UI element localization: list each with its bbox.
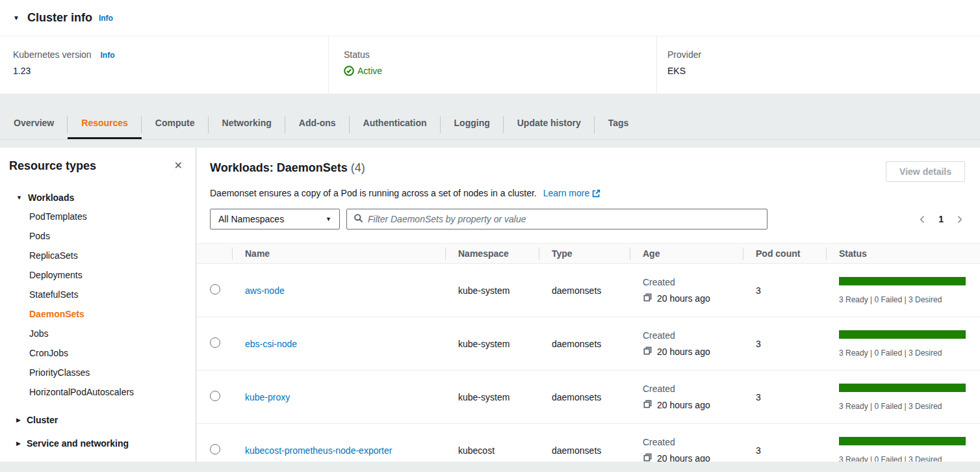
row-radio-button[interactable] [210, 391, 220, 401]
provider-value: EKS [667, 66, 980, 76]
sidebar-item-daemonsets[interactable]: DaemonSets [9, 304, 185, 324]
caret-down-icon: ▼ [326, 216, 331, 222]
sidebar-item-podtemplates[interactable]: PodTemplates [9, 207, 185, 226]
tree-group-service-networking: ▶ Service and networking [9, 438, 185, 449]
external-link-icon [592, 189, 600, 200]
table-row: kubecost-prometheus-node-exporter kubeco… [197, 424, 980, 462]
type-cell: daemonsets [539, 264, 630, 317]
copy-icon[interactable] [643, 293, 652, 304]
age-cell: Created 20 hours ago [630, 264, 743, 317]
view-details-button[interactable]: View details [886, 161, 965, 182]
daemonsets-description: Daemonset ensures a copy of a Pod is run… [197, 182, 980, 200]
column-header-age[interactable]: Age [630, 244, 743, 264]
column-header-type[interactable]: Type [539, 244, 630, 264]
age-cell: Created 20 hours ago [630, 424, 743, 462]
sidebar-item-jobs[interactable]: Jobs [9, 324, 185, 343]
tab-resources[interactable]: Resources [68, 111, 142, 139]
copy-icon[interactable] [643, 452, 652, 462]
namespace-cell: kubecost [445, 424, 539, 462]
table-row: aws-node kube-system daemonsets Created … [197, 264, 980, 317]
status-value: Active [344, 66, 656, 76]
column-header-namespace[interactable]: Namespace [445, 244, 539, 264]
column-header-name[interactable]: Name [232, 244, 445, 264]
learn-more-link[interactable]: Learn more [543, 188, 590, 198]
caret-right-icon: ▶ [16, 440, 21, 447]
content-area: Resource types ✕ ▼ Workloads PodTemplate… [0, 140, 980, 462]
tab-logging[interactable]: Logging [441, 111, 504, 139]
copy-icon[interactable] [643, 399, 652, 411]
type-cell: daemonsets [539, 317, 630, 371]
status-cell: 3 Ready | 0 Failed | 3 Desired [826, 424, 980, 462]
provider-label: Provider [667, 49, 980, 60]
row-radio-button[interactable] [210, 284, 220, 295]
sidebar-item-replicasets[interactable]: ReplicaSets [9, 246, 185, 265]
search-icon [354, 213, 363, 225]
status-caption: 3 Ready | 0 Failed | 3 Desired [839, 402, 980, 411]
tree-group-workloads: ▼ Workloads PodTemplates Pods ReplicaSet… [9, 192, 185, 402]
resource-types-sidebar: Resource types ✕ ▼ Workloads PodTemplate… [0, 148, 195, 462]
status-field: Status Active [328, 36, 656, 94]
sidebar-item-statefulsets[interactable]: StatefulSets [9, 285, 185, 304]
sidebar-item-priorityclasses[interactable]: PriorityClasses [9, 363, 185, 382]
tree-group-workloads-header[interactable]: ▼ Workloads [9, 192, 185, 203]
table-row: kube-proxy kube-system daemonsets Create… [197, 371, 980, 424]
namespace-select[interactable]: All Namespaces ▼ [210, 209, 340, 229]
namespace-cell: kube-system [445, 371, 539, 424]
namespace-select-value: All Namespaces [218, 214, 284, 224]
status-cell: 3 Ready | 0 Failed | 3 Desired [826, 371, 980, 424]
sidebar-item-pods[interactable]: Pods [9, 226, 185, 246]
type-cell: daemonsets [539, 371, 630, 424]
tab-add-ons[interactable]: Add-ons [285, 111, 350, 139]
collapse-caret-icon[interactable]: ▼ [13, 14, 19, 21]
cluster-tabs: Overview Resources Compute Networking Ad… [0, 111, 980, 139]
cluster-info-panel: Kubernetes version Info 1.23 Status Acti… [0, 36, 980, 94]
search-input[interactable] [368, 214, 760, 224]
current-page[interactable]: 1 [938, 214, 944, 224]
cluster-info-header: ▼ Cluster info Info [0, 0, 980, 36]
tabs-band: Overview Resources Compute Networking Ad… [0, 94, 980, 140]
kubernetes-version-info-link[interactable]: Info [101, 51, 115, 60]
column-header-pod-count[interactable]: Pod count [743, 244, 826, 264]
status-caption: 3 Ready | 0 Failed | 3 Desired [839, 348, 980, 358]
status-progress-bar [839, 437, 966, 445]
status-caption: 3 Ready | 0 Failed | 3 Desired [839, 455, 980, 462]
close-icon[interactable]: ✕ [172, 159, 185, 172]
previous-page-icon[interactable] [917, 214, 928, 225]
tab-overview[interactable]: Overview [0, 111, 68, 139]
cluster-info-info-link[interactable]: Info [99, 14, 113, 23]
tab-authentication[interactable]: Authentication [350, 111, 441, 139]
next-page-icon[interactable] [954, 214, 965, 225]
sidebar-item-deployments[interactable]: Deployments [9, 265, 185, 285]
resource-tree: ▼ Workloads PodTemplates Pods ReplicaSet… [9, 192, 185, 449]
tab-compute[interactable]: Compute [142, 111, 209, 139]
row-radio-button[interactable] [210, 337, 220, 348]
tab-networking[interactable]: Networking [209, 111, 285, 139]
daemonsets-table: Name Namespace Type Age Pod count Status… [197, 243, 980, 462]
daemonsets-panel: Workloads: DaemonSets (4) View details D… [197, 148, 980, 462]
sidebar-title: Resource types [9, 159, 96, 173]
kubernetes-version-field: Kubernetes version Info 1.23 [0, 36, 328, 94]
daemonsets-count: (4) [351, 161, 365, 174]
daemonset-name-link[interactable]: kube-proxy [245, 392, 290, 402]
pod-count-cell: 3 [743, 424, 826, 462]
type-cell: daemonsets [539, 424, 630, 462]
copy-icon[interactable] [643, 346, 652, 358]
namespace-cell: kube-system [445, 317, 539, 371]
daemonset-name-link[interactable]: ebs-csi-node [245, 339, 297, 349]
page-title: Cluster info [27, 11, 92, 25]
daemonset-name-link[interactable]: aws-node [245, 285, 285, 296]
pagination: 1 [917, 214, 965, 225]
age-cell: Created 20 hours ago [630, 317, 743, 371]
daemonset-name-link[interactable]: kubecost-prometheus-node-exporter [245, 445, 392, 456]
tab-update-history[interactable]: Update history [504, 111, 595, 139]
tree-group-cluster-header[interactable]: ▶ Cluster [9, 415, 185, 425]
kubernetes-version-label: Kubernetes version Info [13, 49, 328, 60]
row-radio-button[interactable] [210, 444, 220, 454]
daemonsets-title: Workloads: DaemonSets (4) [210, 161, 365, 175]
tab-tags[interactable]: Tags [595, 111, 643, 139]
table-row: ebs-csi-node kube-system daemonsets Crea… [197, 317, 980, 371]
sidebar-item-horizontalpodautoscalers[interactable]: HorizontalPodAutoscalers [9, 382, 185, 402]
tree-group-service-networking-header[interactable]: ▶ Service and networking [9, 438, 185, 449]
sidebar-item-cronjobs[interactable]: CronJobs [9, 343, 185, 363]
column-header-status[interactable]: Status [826, 244, 980, 264]
